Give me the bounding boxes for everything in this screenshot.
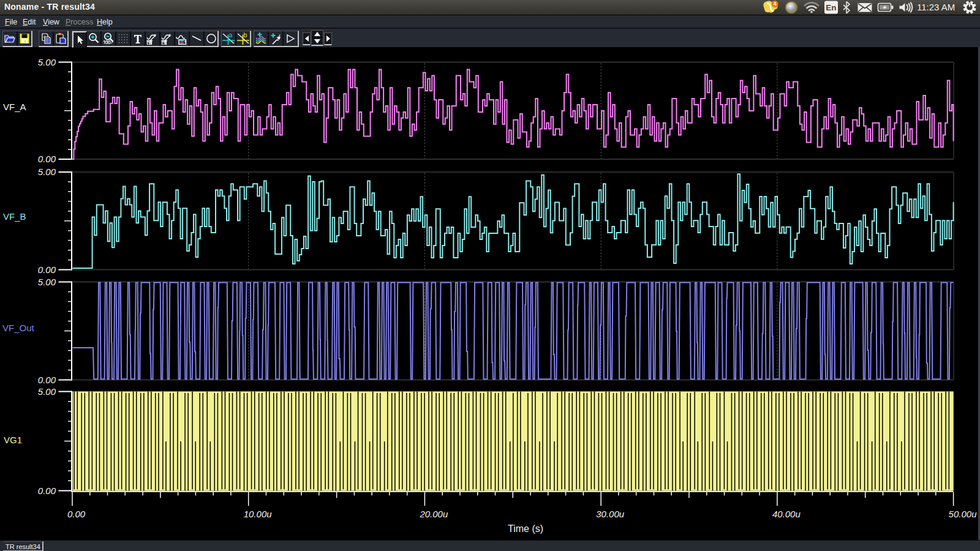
svg-text:VF_Out: VF_Out — [2, 323, 35, 333]
svg-text:En: En — [826, 3, 836, 12]
svg-text:30.00u: 30.00u — [596, 509, 625, 519]
svg-text:0.00: 0.00 — [67, 509, 86, 519]
svg-text:5.00: 5.00 — [38, 57, 56, 67]
svg-text:b: b — [244, 32, 247, 39]
svg-text:4: 4 — [774, 1, 777, 7]
svg-text:0.00: 0.00 — [38, 264, 56, 275]
svg-text:5.00: 5.00 — [38, 386, 56, 397]
svg-text:a: a — [229, 32, 233, 39]
svg-text:VF_B: VF_B — [3, 211, 26, 222]
svg-text:40.00u: 40.00u — [772, 509, 801, 519]
svg-text:5.00: 5.00 — [38, 277, 56, 287]
svg-text:20.00u: 20.00u — [419, 509, 448, 519]
svg-text:5.00: 5.00 — [38, 167, 56, 177]
svg-text:10.00u: 10.00u — [244, 509, 273, 519]
svg-text:50.00u: 50.00u — [949, 509, 978, 519]
svg-text:0.00: 0.00 — [38, 375, 56, 385]
svg-text:Time (s): Time (s) — [508, 523, 543, 534]
svg-text:0.00: 0.00 — [38, 485, 56, 496]
svg-text:VG1: VG1 — [4, 435, 22, 445]
svg-text:0.00: 0.00 — [38, 154, 56, 164]
svg-text:VF_A: VF_A — [3, 102, 26, 112]
